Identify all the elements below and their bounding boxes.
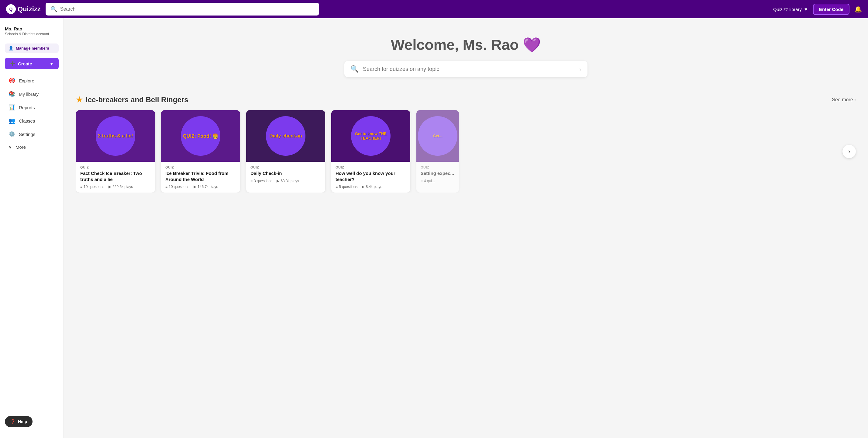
sidebar-item-more[interactable]: ∨ More [2, 141, 61, 153]
sidebar-item-label: My library [19, 92, 39, 97]
card-type: QUIZ [250, 166, 321, 169]
logo[interactable]: Q Quizizz [6, 4, 41, 14]
top-navigation: Q Quizizz 🔍 Quizizz library ▼ Enter Code… [0, 0, 868, 18]
card-body: QUIZ How well do you know your teacher? … [331, 162, 410, 193]
card-image: QUIZ: Food! 🍔 [161, 110, 240, 162]
next-arrow-button[interactable]: › [842, 145, 856, 158]
card-image-inner: QUIZ: Food! 🍔 [181, 116, 220, 156]
main-content: Welcome, Ms. Rao 💜 🔍 › ★ Ice-breakers an… [64, 18, 868, 438]
sidebar-item-library[interactable]: 📚 My library [2, 88, 61, 100]
plays-meta: ▶ 229.6k plays [108, 185, 133, 189]
card-image-text: QUIZ: Food! 🍔 [183, 133, 219, 139]
enter-code-button[interactable]: Enter Code [813, 4, 849, 15]
plays-meta: ▶ 146.7k plays [194, 185, 218, 189]
manage-members-icon: 👤 [8, 46, 13, 51]
see-more-button[interactable]: See more › [832, 97, 856, 103]
sidebar-item-label: Settings [19, 132, 35, 137]
create-button-left: ➕ Create [10, 61, 32, 66]
welcome-title: Welcome, Ms. Rao 💜 [70, 36, 862, 54]
questions-meta: ≡ 3 questions [250, 179, 272, 183]
logo-text: Quizizz [18, 5, 41, 13]
questions-count: 4 qui... [424, 179, 435, 183]
explore-icon: 🎯 [8, 77, 15, 84]
card-type: QUIZ [165, 166, 236, 169]
main-search-input[interactable] [363, 66, 575, 72]
plays-meta: ▶ 63.3k plays [277, 179, 299, 183]
help-label: Help [18, 419, 27, 424]
card-image: Get to know THE TEACHER! [331, 110, 410, 162]
quiz-card[interactable]: 2 truths & a lie! QUIZ Fact Check Ice Br… [76, 110, 155, 193]
classes-icon: 👥 [8, 117, 15, 124]
sidebar-item-settings[interactable]: ⚙️ Settings [2, 128, 61, 141]
quiz-card[interactable]: Get to know THE TEACHER! QUIZ How well d… [331, 110, 410, 193]
card-title: Fact Check Ice Breaker: Two truths and a… [80, 170, 151, 182]
create-button[interactable]: ➕ Create ▼ [5, 58, 59, 69]
card-meta: ≡ 3 questions ▶ 63.3k plays [250, 179, 321, 183]
card-meta: ≡ 10 questions ▶ 229.6k plays [80, 185, 151, 189]
user-name: Ms. Rao [5, 26, 59, 31]
search-input[interactable] [60, 6, 314, 12]
card-title: How well do you know your teacher? [336, 170, 406, 182]
arrow-right-icon: › [579, 66, 581, 73]
card-image-text: Get... [433, 134, 442, 138]
card-body: QUIZ Fact Check Ice Breaker: Two truths … [76, 162, 155, 193]
play-icon: ▶ [108, 185, 111, 189]
card-meta: ≡ 4 qui... [421, 179, 455, 183]
quiz-cards-container: 2 truths & a lie! QUIZ Fact Check Ice Br… [76, 110, 856, 193]
card-body: QUIZ Daily Check-in ≡ 3 questions ▶ 63.3… [246, 162, 325, 187]
search-icon: 🔍 [51, 6, 57, 12]
plays-meta: ▶ 8.4k plays [362, 185, 382, 189]
top-search-bar[interactable]: 🔍 [45, 3, 319, 16]
content-section: ★ Ice-breakers and Bell Ringers See more… [64, 86, 868, 199]
card-title: Setting expec... [421, 170, 455, 176]
sidebar-item-explore[interactable]: 🎯 Explore [2, 74, 61, 87]
quiz-card[interactable]: Get... QUIZ Setting expec... ≡ 4 qui... [416, 110, 459, 193]
plays-count: 8.4k plays [366, 185, 382, 189]
see-more-label: See more [832, 97, 853, 103]
card-type: QUIZ [336, 166, 406, 169]
list-icon: ≡ [80, 185, 82, 189]
library-button[interactable]: Quizizz library ▼ [773, 7, 808, 12]
questions-count: 3 questions [254, 179, 272, 183]
main-search-bar[interactable]: 🔍 › [344, 61, 587, 77]
sidebar-item-reports[interactable]: 📊 Reports [2, 101, 61, 114]
plays-count: 146.7k plays [197, 185, 218, 189]
sidebar-item-classes[interactable]: 👥 Classes [2, 114, 61, 127]
questions-count: 10 questions [169, 185, 189, 189]
manage-members-button[interactable]: 👤 Manage members [5, 43, 59, 53]
sidebar-item-label: Reports [19, 105, 35, 110]
play-icon: ▶ [277, 179, 279, 183]
card-type: QUIZ [421, 166, 455, 169]
library-icon: 📚 [8, 91, 15, 97]
quiz-card[interactable]: QUIZ: Food! 🍔 QUIZ Ice Breaker Trivia: F… [161, 110, 240, 193]
chevron-down-icon: ▼ [804, 7, 808, 12]
list-icon: ≡ [336, 185, 338, 189]
help-button[interactable]: ❓ Help [5, 416, 33, 427]
nav-right: Quizizz library ▼ Enter Code 🔔 [773, 4, 862, 15]
list-icon: ≡ [421, 179, 423, 183]
questions-meta: ≡ 10 questions [80, 185, 104, 189]
card-image: 2 truths & a lie! [76, 110, 155, 162]
cards-wrapper: 2 truths & a lie! QUIZ Fact Check Ice Br… [76, 110, 856, 193]
layout: Ms. Rao Schools & Districts account 👤 Ma… [0, 18, 868, 438]
chevron-right-icon: › [854, 97, 856, 103]
reports-icon: 📊 [8, 104, 15, 111]
card-type: QUIZ [80, 166, 151, 169]
library-label: Quizizz library [773, 7, 802, 12]
card-body: QUIZ Setting expec... ≡ 4 qui... [416, 162, 459, 187]
user-info: Ms. Rao Schools & Districts account [0, 23, 64, 41]
card-image-inner: Daily check-in [266, 116, 305, 156]
chevron-down-icon: ▼ [49, 61, 54, 66]
more-label: More [16, 144, 26, 150]
sidebar: Ms. Rao Schools & Districts account 👤 Ma… [0, 18, 64, 438]
welcome-section: Welcome, Ms. Rao 💜 🔍 › [64, 18, 868, 86]
play-icon: ▶ [194, 185, 196, 189]
questions-count: 10 questions [84, 185, 104, 189]
section-title-text: Ice-breakers and Bell Ringers [86, 95, 188, 104]
card-image-text: Daily check-in [269, 133, 302, 139]
plays-count: 229.6k plays [113, 185, 133, 189]
quiz-card[interactable]: Daily check-in QUIZ Daily Check-in ≡ 3 q… [246, 110, 325, 193]
questions-count: 5 questions [339, 185, 358, 189]
card-image: Get... [416, 110, 459, 162]
bell-icon[interactable]: 🔔 [854, 5, 862, 13]
